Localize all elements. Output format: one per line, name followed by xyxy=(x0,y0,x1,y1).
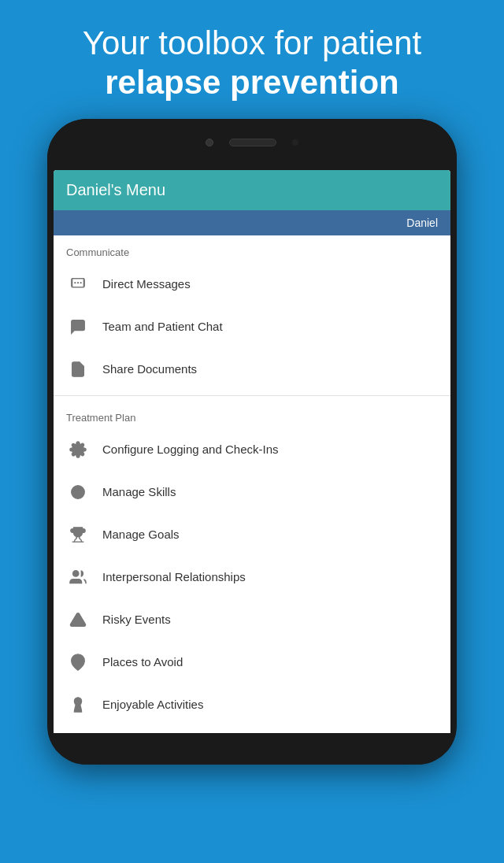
treatment-plan-section-label: Treatment Plan xyxy=(54,401,450,428)
manage-goals-label: Manage Goals xyxy=(102,528,180,541)
configure-logging-label: Configure Logging and Check-Ins xyxy=(102,443,278,456)
configure-logging-icon xyxy=(66,438,90,461)
manage-skills-label: Manage Skills xyxy=(102,485,176,498)
phone-container: Daniel's Menu Daniel Communicate xyxy=(0,119,504,765)
svg-point-2 xyxy=(80,282,82,283)
section-divider xyxy=(54,395,450,396)
risky-events-icon xyxy=(66,608,90,632)
phone-camera xyxy=(206,139,213,146)
hero-title-line2: relapse prevention xyxy=(32,63,472,102)
menu-item-configure-logging[interactable]: Configure Logging and Check-Ins xyxy=(54,428,450,471)
enjoyable-activities-label: Enjoyable Activities xyxy=(102,698,203,711)
app-subheader: Daniel xyxy=(54,210,450,235)
interpersonal-relationships-icon xyxy=(66,565,90,589)
svg-point-0 xyxy=(74,282,76,283)
app-header: Daniel's Menu xyxy=(54,170,450,210)
hero-title-line1: Your toolbox for patient xyxy=(32,24,472,63)
menu-item-manage-skills[interactable]: Manage Skills xyxy=(54,471,450,513)
svg-point-11 xyxy=(76,658,80,663)
direct-messages-icon xyxy=(66,272,90,296)
communicate-section: Communicate D xyxy=(54,235,450,391)
menu-item-manage-goals[interactable]: Manage Goals xyxy=(54,513,450,556)
communicate-section-label: Communicate xyxy=(54,235,450,263)
phone-screen: Daniel's Menu Daniel Communicate xyxy=(54,170,450,741)
menu-item-enjoyable-activities[interactable]: Enjoyable Activities xyxy=(54,683,450,726)
manage-skills-icon xyxy=(66,480,90,504)
places-to-avoid-icon xyxy=(66,650,90,674)
share-documents-label: Share Documents xyxy=(102,362,197,376)
menu-item-direct-messages[interactable]: Direct Messages xyxy=(54,263,450,306)
manage-goals-icon xyxy=(66,523,90,546)
phone-light xyxy=(292,139,298,146)
svg-point-8 xyxy=(73,571,79,576)
team-patient-chat-label: Team and Patient Chat xyxy=(102,320,223,333)
menu-item-interpersonal-relationships[interactable]: Interpersonal Relationships xyxy=(54,556,450,598)
menu-item-places-to-avoid[interactable]: Places to Avoid xyxy=(54,641,450,683)
hero-bold: relapse prevention xyxy=(105,64,398,101)
svg-point-7 xyxy=(75,489,80,494)
interpersonal-relationships-label: Interpersonal Relationships xyxy=(102,570,246,583)
places-to-avoid-label: Places to Avoid xyxy=(102,655,183,669)
team-patient-chat-icon xyxy=(66,315,90,339)
menu-content: Communicate D xyxy=(54,235,450,741)
phone-speaker xyxy=(229,139,276,146)
phone-bottom-bar xyxy=(47,733,457,765)
share-documents-icon xyxy=(66,357,90,381)
menu-item-share-documents[interactable]: Share Documents xyxy=(54,348,450,391)
hero-header: Your toolbox for patient relapse prevent… xyxy=(0,0,504,119)
direct-messages-label: Direct Messages xyxy=(102,277,191,291)
phone-top-bar xyxy=(47,119,457,166)
menu-item-risky-events[interactable]: Risky Events xyxy=(54,598,450,641)
risky-events-label: Risky Events xyxy=(102,613,171,626)
app-header-title: Daniel's Menu xyxy=(66,181,438,199)
username-label: Daniel xyxy=(406,217,438,229)
page-background: Your toolbox for patient relapse prevent… xyxy=(0,0,504,863)
phone-device: Daniel's Menu Daniel Communicate xyxy=(47,119,457,765)
svg-point-1 xyxy=(77,282,79,283)
enjoyable-activities-icon xyxy=(66,693,90,717)
treatment-plan-section: Treatment Plan Configure Logging and Che… xyxy=(54,401,450,741)
menu-item-team-patient-chat[interactable]: Team and Patient Chat xyxy=(54,306,450,348)
